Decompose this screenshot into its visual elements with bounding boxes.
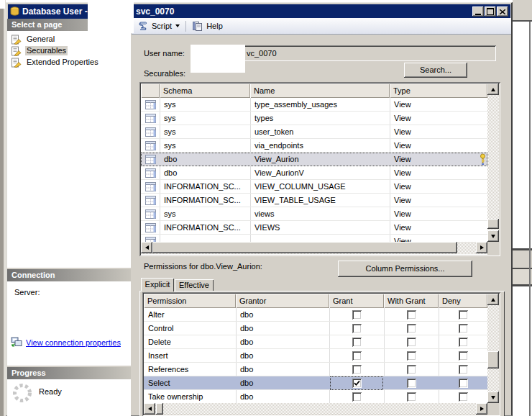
securables-vscrollbar[interactable] [487, 83, 499, 255]
securables-row[interactable]: sysviewsView [141, 207, 487, 221]
maximize-button[interactable] [485, 6, 496, 17]
grantor-cell: dbo [236, 376, 328, 389]
permission-cell: Delete [144, 335, 234, 348]
sidebar-item-extended-properties[interactable]: Extended Properties [7, 57, 131, 68]
securables-cell-schema: dbo [160, 166, 249, 179]
scroll-right-button[interactable] [476, 242, 487, 253]
grantor-cell: dbo [236, 335, 328, 348]
securables-row[interactable]: sysuser_tokenView [141, 125, 487, 139]
securables-row[interactable]: systypesView [141, 112, 487, 125]
securables-row[interactable]: sysvia_endpointsView [141, 139, 487, 153]
securables-cell-schema [160, 235, 249, 242]
sidebar-item-securables[interactable]: Securables [7, 45, 131, 56]
permission-cell: Alter [144, 308, 234, 321]
securables-cell-name: View_Aurion [250, 153, 388, 166]
securables-row[interactable]: dboView_AurionVView [141, 166, 487, 180]
permissions-row[interactable]: Alterdbo [144, 308, 487, 322]
deny-checkbox[interactable] [459, 392, 468, 402]
securables-row[interactable]: INFORMATION_SC...VIEW_TABLE_USAGEView [141, 194, 487, 207]
securables-row[interactable]: INFORMATION_SC...VIEW_COLUMN_USAGEView [141, 180, 487, 194]
securables-header-type[interactable]: Type [390, 83, 487, 98]
securables-cell-name: View_AurionV [250, 166, 388, 179]
securables-cell-name: VIEW_COLUMN_USAGE [250, 180, 388, 193]
user-name-label: User name: [144, 49, 185, 58]
permissions-hscrollbar[interactable] [144, 403, 487, 415]
grant-checkbox[interactable] [352, 310, 362, 320]
grant-checkbox[interactable] [352, 324, 362, 333]
with-grant-checkbox[interactable] [407, 324, 416, 333]
securables-rows: systype_assembly_usagesViewsystypesViews… [141, 98, 487, 242]
scroll-up-button[interactable] [487, 83, 499, 95]
page-icon [11, 35, 22, 45]
with-grant-checkbox[interactable] [407, 392, 416, 402]
scroll-right-button[interactable] [476, 403, 487, 415]
permissions-header-grant[interactable]: Grant [329, 294, 384, 308]
grant-checkbox[interactable] [352, 365, 362, 374]
grant-checkbox[interactable] [352, 338, 362, 347]
securables-header-icon[interactable] [141, 83, 160, 98]
securables-cell-schema: dbo [160, 153, 249, 166]
deny-checkbox[interactable] [459, 379, 468, 388]
column-permissions-button[interactable]: Column Permissions... [338, 261, 472, 277]
script-button[interactable]: Script [152, 22, 172, 30]
securables-header-schema[interactable]: Schema [160, 83, 250, 98]
down-arrow-icon [491, 396, 495, 399]
permissions-row[interactable]: Take ownershipdbo [144, 390, 487, 403]
securables-hscroll-thumb[interactable] [152, 242, 457, 253]
connection-header: Connection [7, 269, 131, 281]
grant-checkbox[interactable] [352, 392, 362, 402]
view-connection-properties-link[interactable]: View connection properties [26, 338, 121, 347]
securables-row[interactable]: INFORMATION_SC...VIEWSView [141, 221, 487, 235]
focused-cell-outline [330, 376, 383, 390]
permissions-header-permission[interactable]: Permission [144, 294, 236, 308]
close-button[interactable] [497, 6, 508, 17]
progress-header: Progress [7, 367, 131, 379]
permissions-vscroll-thumb[interactable] [487, 351, 499, 368]
permissions-row[interactable]: Insertdbo [144, 349, 487, 363]
securables-cell-name: user_token [250, 125, 388, 138]
scroll-down-button[interactable] [487, 392, 499, 403]
tab-effective[interactable]: Effective [175, 279, 214, 291]
securables-hscrollbar[interactable] [141, 242, 487, 254]
script-dropdown-icon[interactable] [175, 24, 180, 27]
with-grant-checkbox[interactable] [407, 379, 416, 388]
deny-checkbox[interactable] [459, 351, 468, 361]
permissions-row[interactable]: Referencesdbo [144, 363, 487, 376]
grant-checkbox[interactable] [352, 351, 362, 361]
securables-header-name[interactable]: Name [250, 83, 390, 98]
permissions-row[interactable]: Selectdbo [144, 376, 487, 390]
permissions-header-with-grant[interactable]: With Grant [384, 294, 439, 308]
permissions-vscrollbar[interactable] [487, 294, 499, 415]
with-grant-checkbox[interactable] [407, 365, 416, 374]
securables-cell-type: View [390, 221, 486, 234]
permission-cell: Insert [144, 349, 234, 362]
permissions-header-deny[interactable]: Deny [439, 294, 487, 308]
deny-checkbox[interactable] [459, 338, 468, 347]
deny-checkbox[interactable] [459, 324, 468, 333]
scroll-left-button[interactable] [141, 242, 152, 253]
deny-checkbox[interactable] [459, 310, 468, 320]
minimize-button[interactable] [472, 6, 484, 17]
tab-explicit[interactable]: Explicit [141, 278, 174, 291]
with-grant-checkbox[interactable] [407, 310, 416, 320]
permissions-row[interactable]: Deletedbo [144, 335, 487, 349]
view-icon [143, 112, 159, 125]
securables-row[interactable]: dboView_AurionView [141, 153, 487, 166]
scroll-up-button[interactable] [487, 294, 499, 305]
deny-checkbox[interactable] [459, 365, 468, 374]
search-button[interactable]: Search... [404, 63, 467, 78]
permissions-header-grantor[interactable]: Grantor [236, 294, 329, 308]
dialog-titlebar[interactable]: Database User - svc_0070 [8, 4, 510, 19]
permissions-row[interactable]: Controldbo [144, 322, 487, 335]
scroll-down-button[interactable] [487, 230, 499, 242]
scrollbar-corner [487, 403, 499, 415]
help-button[interactable]: Help [206, 22, 223, 30]
sidebar-item-general[interactable]: General [7, 34, 131, 45]
permissions-hscroll-thumb[interactable] [156, 403, 163, 415]
scroll-left-button[interactable] [144, 403, 155, 415]
securables-row[interactable]: View [141, 235, 487, 242]
securables-row[interactable]: systype_assembly_usagesView [141, 98, 487, 112]
securables-vscroll-thumb[interactable] [487, 219, 499, 229]
with-grant-checkbox[interactable] [407, 351, 416, 361]
with-grant-checkbox[interactable] [407, 338, 416, 347]
